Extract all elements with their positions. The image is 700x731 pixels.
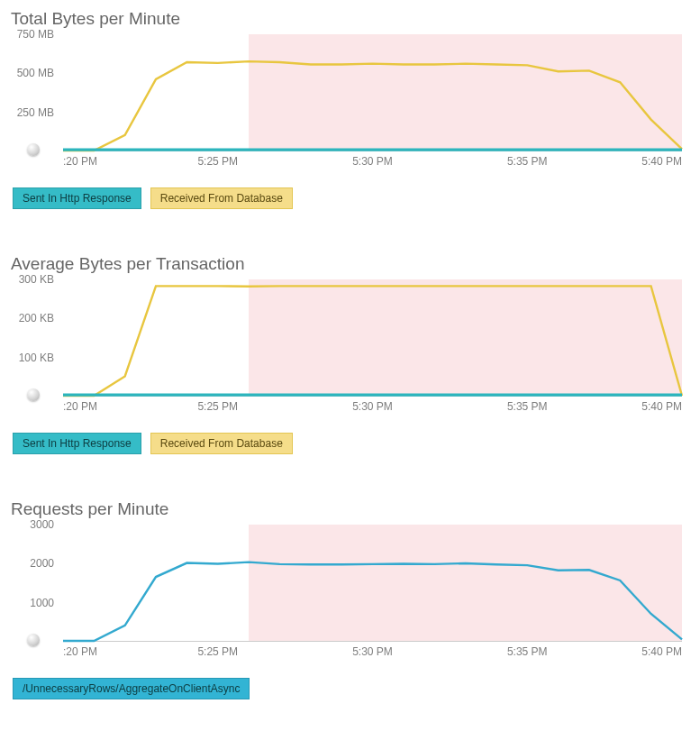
y-tick-label: 3000	[30, 518, 54, 531]
x-tick-label: 5:35 PM	[507, 400, 548, 413]
chart-title: Average Bytes per Transaction	[11, 254, 689, 274]
x-tick-label: 5:40 PM	[641, 400, 682, 413]
slider-knob-icon[interactable]	[27, 143, 40, 156]
chart-svg	[63, 279, 682, 396]
legend-item[interactable]: Received From Database	[150, 433, 293, 454]
plot-area[interactable]	[63, 525, 682, 642]
legend-item[interactable]: Received From Database	[150, 187, 293, 209]
plot-wrap: 100 KB200 KB300 KB:20 PM5:25 PM5:30 PM5:…	[11, 279, 689, 416]
x-tick-label: 5:40 PM	[641, 155, 682, 168]
legend-item[interactable]: Sent In Http Response	[13, 187, 141, 209]
legend-item[interactable]: /UnnecessaryRows/AggregateOnClientAsync	[13, 678, 250, 699]
chart-title: Requests per Minute	[11, 499, 689, 519]
x-axis-labels: :20 PM5:25 PM5:30 PM5:35 PM5:40 PM	[63, 155, 682, 171]
chart-svg	[63, 525, 682, 641]
legend-item[interactable]: Sent In Http Response	[13, 433, 141, 454]
y-tick-label: 2000	[30, 557, 54, 570]
y-axis-labels: 100020003000	[11, 525, 58, 642]
x-tick-label: 5:25 PM	[197, 400, 238, 413]
y-tick-label: 200 KB	[19, 312, 54, 324]
x-tick-label: :20 PM	[63, 645, 97, 658]
plot-wrap: 250 MB500 MB750 MB:20 PM5:25 PM5:30 PM5:…	[11, 34, 689, 171]
x-tick-label: 5:30 PM	[352, 400, 393, 413]
y-tick-label: 300 KB	[19, 273, 54, 286]
series-line	[63, 286, 682, 396]
legend: Sent In Http ResponseReceived From Datab…	[13, 433, 689, 454]
series-line	[63, 562, 682, 641]
y-tick-label: 100 KB	[19, 352, 54, 364]
legend: /UnnecessaryRows/AggregateOnClientAsync	[13, 678, 689, 699]
slider-knob-icon[interactable]	[27, 388, 40, 401]
chart-block: Total Bytes per Minute250 MB500 MB750 MB…	[11, 9, 689, 209]
y-tick-label: 500 MB	[17, 67, 54, 79]
x-tick-label: :20 PM	[63, 155, 97, 168]
slider-knob-icon[interactable]	[27, 634, 40, 646]
x-tick-label: 5:30 PM	[352, 155, 393, 168]
x-tick-label: 5:25 PM	[197, 155, 238, 168]
x-tick-label: 5:35 PM	[507, 645, 548, 658]
chart-block: Requests per Minute100020003000:20 PM5:2…	[11, 499, 689, 699]
plot-area[interactable]	[63, 279, 682, 397]
plot-area[interactable]	[63, 34, 682, 151]
plot-wrap: 100020003000:20 PM5:25 PM5:30 PM5:35 PM5…	[11, 525, 689, 662]
legend: Sent In Http ResponseReceived From Datab…	[13, 187, 689, 209]
chart-svg	[63, 34, 682, 151]
x-tick-label: 5:30 PM	[352, 645, 393, 658]
y-axis-labels: 250 MB500 MB750 MB	[11, 34, 58, 151]
chart-block: Average Bytes per Transaction100 KB200 K…	[11, 254, 689, 454]
y-tick-label: 250 MB	[17, 106, 54, 119]
y-tick-label: 1000	[30, 597, 54, 609]
y-tick-label: 750 MB	[17, 28, 54, 41]
x-axis-labels: :20 PM5:25 PM5:30 PM5:35 PM5:40 PM	[63, 645, 682, 662]
series-line	[63, 61, 682, 151]
x-tick-label: 5:25 PM	[197, 645, 238, 658]
x-axis-labels: :20 PM5:25 PM5:30 PM5:35 PM5:40 PM	[63, 400, 682, 416]
x-tick-label: 5:35 PM	[507, 155, 548, 168]
chart-title: Total Bytes per Minute	[11, 9, 689, 29]
x-tick-label: 5:40 PM	[641, 645, 682, 658]
y-axis-labels: 100 KB200 KB300 KB	[11, 279, 58, 397]
x-tick-label: :20 PM	[63, 400, 97, 413]
